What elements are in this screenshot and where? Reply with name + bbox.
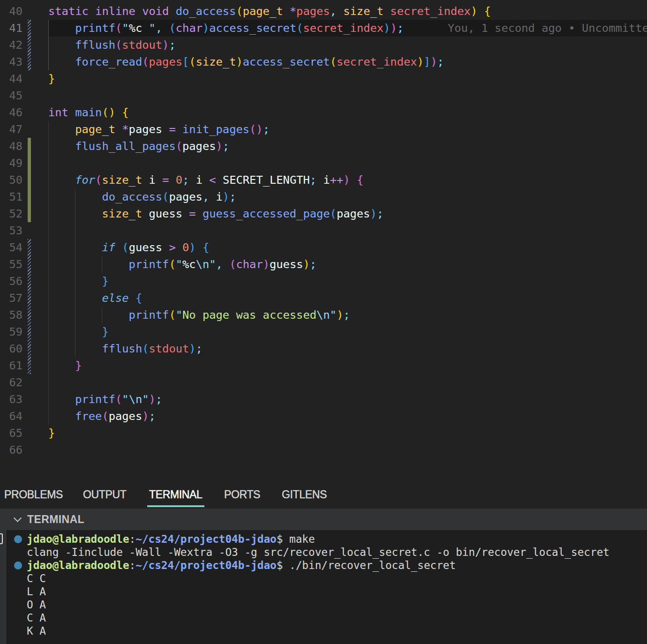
terminal-line: C A [27,611,46,624]
panel-tab-gitlens[interactable]: GITLENS [282,483,327,509]
line-number: 56 [0,273,23,290]
line-number: 43 [0,53,23,70]
code-token: page_t [243,5,290,18]
code-line-47: page_t *pages = init_pages(); [48,121,270,138]
code-token: ; [223,140,229,153]
panel-tab-output[interactable]: OUTPUT [83,483,126,509]
line-number: 45 [0,87,23,104]
line-number: 62 [0,374,23,391]
active-tab-underline [2,505,65,507]
code-token: ) [263,258,270,271]
git-gutter-modified[interactable] [28,239,31,374]
code-token: ( [229,258,236,271]
code-line-63: printf("\n"); [48,391,162,408]
code-token [48,342,102,355]
panel-tab-problems[interactable]: PROBLEMS [4,483,63,509]
terminal-section-header[interactable]: TERMINAL [0,509,647,530]
code-token: , [330,5,337,18]
line-number: 65 [0,425,23,442]
code-token: () [102,106,115,119]
code-token: i [323,173,330,187]
line-number: 52 [0,205,23,222]
code-token: { [357,173,363,187]
terminal-text: jdao@labradoodle [27,559,129,571]
code-token: stdout [122,38,162,52]
code-token: ) [417,55,424,68]
terminal-text: L A [27,585,46,598]
code-token: i [216,190,223,203]
code-token: stdout [149,342,189,355]
code-token: " [209,258,216,271]
active-tab-underline [280,505,329,507]
terminal-text: $ ./bin/recover_local_secret [277,559,456,571]
line-number: 66 [0,442,23,458]
code-token: } [102,275,108,288]
code-token: flush_all_pages [75,140,175,153]
code-token: ( [236,5,242,18]
code-token: size_t [102,207,149,220]
terminal-content[interactable]: jdao@labradoodle:~/cs24/project04b-jdao$… [8,530,647,644]
code-token: secret_index [337,55,417,68]
code-token: ( [142,55,149,68]
code-token: %c [129,22,143,35]
panel-tab-label: PORTS [224,483,260,501]
panel-tab-ports[interactable]: PORTS [224,483,260,509]
code-token [48,22,75,35]
command-decoration-dot[interactable] [14,535,22,543]
terminal-view[interactable]: jdao@labradoodle:~/cs24/project04b-jdao$… [0,530,647,644]
code-token: ; [437,55,444,68]
code-line-61: } [48,357,82,374]
code-token: } [48,72,55,85]
code-token: i [149,173,163,187]
code-token: < [209,173,216,187]
code-line-56: } [48,273,109,290]
code-token: \n [316,308,330,322]
code-token: pages [149,55,183,68]
code-token: ( [115,22,122,35]
code-editor[interactable]: 40static inline void do_access(page_t *p… [0,0,647,483]
code-token: size_t [196,55,236,68]
code-token: secret_index [390,5,471,18]
git-gutter-modified[interactable] [28,20,31,70]
code-token [350,173,357,187]
code-token: i [196,173,210,187]
code-token: * [290,5,296,18]
line-number: 60 [0,340,23,357]
code-token: 0 [182,241,189,254]
code-line-44: } [48,70,55,87]
code-token: No page was accessed [182,308,316,322]
terminal-section-title: TERMINAL [27,513,84,526]
code-token: [ [182,55,189,68]
code-token: , [216,258,223,271]
code-token: ; [310,173,316,187]
code-token: ) [343,173,350,187]
code-token [48,140,75,153]
code-token [48,359,75,372]
code-line-41: printf("%c ", (char)access_secret(secret… [48,20,404,37]
line-number: 44 [0,70,23,87]
panel-tab-terminal[interactable]: TERMINAL [149,483,203,509]
code-token [176,241,182,254]
code-token: ) [149,393,156,406]
git-gutter-added[interactable] [28,138,31,222]
code-token: = [169,123,175,136]
code-token: fflush [102,342,142,355]
code-token [169,173,175,187]
command-decoration-dot[interactable] [14,562,22,569]
line-number: 63 [0,391,23,408]
code-token [477,5,484,18]
code-token: = [189,207,196,220]
chevron-down-icon [13,515,23,524]
line-number: 59 [0,323,23,340]
code-token: ; [156,393,162,406]
code-token: pages [337,207,370,220]
code-token: ) [303,258,310,271]
code-token [209,190,216,203]
code-token [48,275,102,288]
code-token [189,173,196,187]
terminal-text: $ make [277,533,315,545]
code-token: ( [95,173,102,187]
panel-tab-label: PROBLEMS [4,483,63,501]
code-token: ) [189,342,196,355]
indent-guide [48,374,49,391]
